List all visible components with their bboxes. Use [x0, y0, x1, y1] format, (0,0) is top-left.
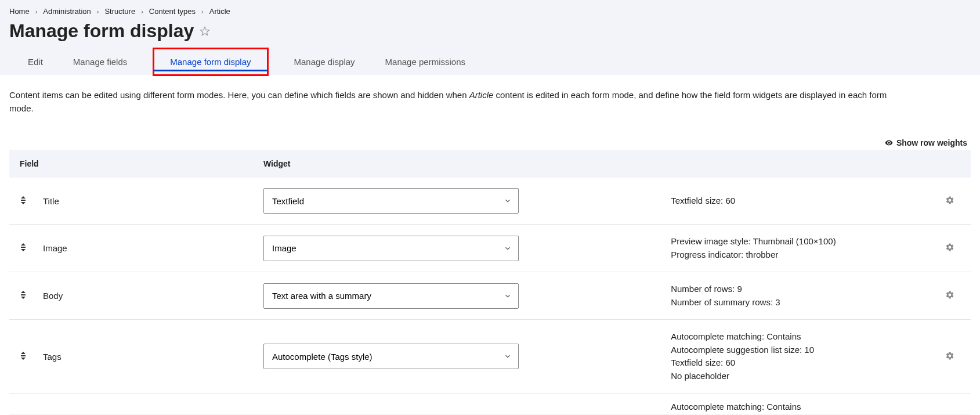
- table-row: Body Text area with a summary Number of …: [9, 272, 971, 320]
- settings-button[interactable]: [943, 349, 957, 365]
- widget-summary: Autocomplete matching: Contains Autocomp…: [663, 320, 935, 394]
- table-header-widget: Widget: [255, 150, 971, 178]
- settings-button[interactable]: [943, 240, 957, 256]
- widget-select[interactable]: Textfield: [263, 188, 519, 214]
- show-row-weights-button[interactable]: Show row weights: [896, 138, 967, 147]
- chevron-right-icon: ›: [201, 8, 204, 15]
- tab-manage-display[interactable]: Manage display: [291, 49, 359, 75]
- widget-select[interactable]: Image: [263, 236, 519, 261]
- breadcrumb-link[interactable]: Article: [209, 7, 230, 16]
- field-label: Image: [35, 225, 255, 272]
- table-row: Title Textfield Textfield size: 60: [9, 178, 971, 225]
- widget-summary: Autocomplete matching: Contains: [663, 394, 935, 414]
- drag-handle-icon[interactable]: [20, 243, 27, 251]
- widget-summary: Number of rows: 9 Number of summary rows…: [663, 272, 935, 320]
- gear-icon: [945, 243, 954, 252]
- chevron-right-icon: ›: [97, 8, 99, 15]
- tabs: Edit Manage fields Manage form display M…: [9, 49, 971, 75]
- tab-edit[interactable]: Edit: [24, 49, 46, 75]
- breadcrumb: Home › Administration › Structure › Cont…: [9, 7, 971, 16]
- field-label: Title: [35, 178, 255, 225]
- chevron-right-icon: ›: [35, 8, 38, 15]
- widget-select[interactable]: Text area with a summary: [263, 283, 519, 309]
- description-text: Content items can be edited using differ…: [9, 89, 903, 115]
- tab-manage-permissions[interactable]: Manage permissions: [382, 49, 469, 75]
- settings-button[interactable]: [943, 193, 957, 209]
- star-icon[interactable]: [200, 26, 210, 37]
- table-row: Autocomplete matching: Contains: [9, 394, 971, 414]
- table-row: Tags Autocomplete (Tags style) Autocompl…: [9, 320, 971, 394]
- breadcrumb-link[interactable]: Content types: [149, 7, 196, 16]
- settings-button[interactable]: [943, 288, 957, 304]
- breadcrumb-link[interactable]: Structure: [104, 7, 135, 16]
- widget-summary: Textfield size: 60: [663, 178, 935, 225]
- tab-manage-form-display[interactable]: Manage form display: [154, 49, 267, 75]
- breadcrumb-link[interactable]: Home: [9, 7, 30, 16]
- page-title: Manage form display: [9, 20, 194, 42]
- drag-handle-icon[interactable]: [20, 291, 27, 299]
- drag-handle-icon[interactable]: [20, 196, 27, 204]
- widget-summary: Preview image style: Thumbnail (100×100)…: [663, 225, 935, 272]
- gear-icon: [945, 196, 954, 205]
- svg-marker-0: [201, 27, 209, 35]
- tab-manage-fields[interactable]: Manage fields: [70, 49, 131, 75]
- table-row: Image Image Preview image style: Thumbna…: [9, 225, 971, 272]
- field-label: Body: [35, 272, 255, 320]
- table-header-field: Field: [9, 150, 255, 178]
- breadcrumb-link[interactable]: Administration: [43, 7, 91, 16]
- field-label: Tags: [35, 320, 255, 394]
- eye-icon: [885, 139, 893, 147]
- field-display-table: Field Widget Title Textfield: [9, 150, 971, 414]
- gear-icon: [945, 290, 954, 299]
- chevron-right-icon: ›: [141, 8, 143, 15]
- gear-icon: [945, 351, 954, 360]
- drag-handle-icon[interactable]: [20, 352, 27, 360]
- widget-select[interactable]: Autocomplete (Tags style): [263, 344, 519, 369]
